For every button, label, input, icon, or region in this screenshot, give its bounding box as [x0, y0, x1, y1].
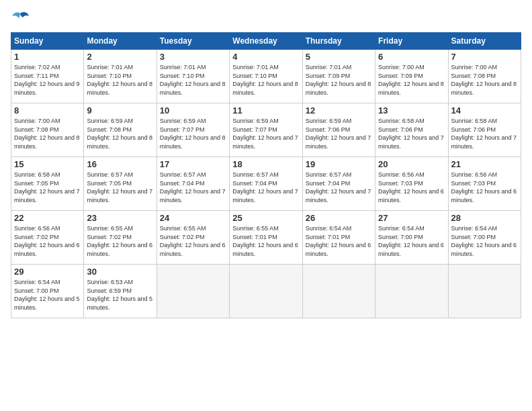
table-row: 21 Sunrise: 6:56 AM Sunset: 7:03 PM Dayl… [448, 157, 521, 211]
table-row: 6 Sunrise: 7:00 AM Sunset: 7:09 PM Dayli… [375, 50, 448, 103]
table-row: 9 Sunrise: 6:59 AM Sunset: 7:08 PM Dayli… [84, 103, 157, 157]
th-friday: Friday [375, 33, 448, 50]
table-row: 18 Sunrise: 6:57 AM Sunset: 7:04 PM Dayl… [230, 157, 302, 211]
calendar-week: 15 Sunrise: 6:58 AM Sunset: 7:05 PM Dayl… [11, 157, 521, 211]
logo [11, 11, 32, 26]
calendar-week: 29 Sunrise: 6:54 AM Sunset: 7:00 PM Dayl… [11, 265, 521, 318]
table-row: 16 Sunrise: 6:57 AM Sunset: 7:05 PM Dayl… [84, 157, 157, 211]
calendar-table: Sunday Monday Tuesday Wednesday Thursday… [11, 32, 521, 318]
table-row: 28 Sunrise: 6:54 AM Sunset: 7:00 PM Dayl… [448, 211, 521, 265]
table-row: 30 Sunrise: 6:53 AM Sunset: 6:59 PM Dayl… [84, 265, 157, 318]
table-row: 23 Sunrise: 6:55 AM Sunset: 7:02 PM Dayl… [84, 211, 157, 265]
th-monday: Monday [84, 33, 157, 50]
table-row [157, 265, 229, 318]
table-row [448, 265, 521, 318]
table-row [230, 265, 302, 318]
th-tuesday: Tuesday [157, 33, 229, 50]
header-row: Sunday Monday Tuesday Wednesday Thursday… [11, 33, 521, 50]
table-row: 19 Sunrise: 6:57 AM Sunset: 7:04 PM Dayl… [302, 157, 375, 211]
table-row: 4 Sunrise: 7:01 AM Sunset: 7:10 PM Dayli… [230, 50, 302, 103]
table-row: 25 Sunrise: 6:55 AM Sunset: 7:01 PM Dayl… [230, 211, 302, 265]
table-row: 7 Sunrise: 7:00 AM Sunset: 7:08 PM Dayli… [448, 50, 521, 103]
table-row: 12 Sunrise: 6:59 AM Sunset: 7:06 PM Dayl… [302, 103, 375, 157]
logo-icon [11, 11, 30, 26]
table-row: 15 Sunrise: 6:58 AM Sunset: 7:05 PM Dayl… [11, 157, 84, 211]
table-row: 14 Sunrise: 6:58 AM Sunset: 7:06 PM Dayl… [448, 103, 521, 157]
table-row: 26 Sunrise: 6:54 AM Sunset: 7:01 PM Dayl… [302, 211, 375, 265]
table-row: 2 Sunrise: 7:01 AM Sunset: 7:10 PM Dayli… [84, 50, 157, 103]
table-row: 29 Sunrise: 6:54 AM Sunset: 7:00 PM Dayl… [11, 265, 84, 318]
table-row: 20 Sunrise: 6:56 AM Sunset: 7:03 PM Dayl… [375, 157, 448, 211]
th-saturday: Saturday [448, 33, 521, 50]
table-row: 17 Sunrise: 6:57 AM Sunset: 7:04 PM Dayl… [157, 157, 229, 211]
calendar-week: 22 Sunrise: 6:56 AM Sunset: 7:02 PM Dayl… [11, 211, 521, 265]
table-row: 22 Sunrise: 6:56 AM Sunset: 7:02 PM Dayl… [11, 211, 84, 265]
table-row: 5 Sunrise: 7:01 AM Sunset: 7:09 PM Dayli… [302, 50, 375, 103]
table-row: 11 Sunrise: 6:59 AM Sunset: 7:07 PM Dayl… [230, 103, 302, 157]
table-row: 13 Sunrise: 6:58 AM Sunset: 7:06 PM Dayl… [375, 103, 448, 157]
table-row [302, 265, 375, 318]
th-wednesday: Wednesday [230, 33, 302, 50]
table-row [375, 265, 448, 318]
table-row: 24 Sunrise: 6:55 AM Sunset: 7:02 PM Dayl… [157, 211, 229, 265]
table-row: 10 Sunrise: 6:59 AM Sunset: 7:07 PM Dayl… [157, 103, 229, 157]
th-thursday: Thursday [302, 33, 375, 50]
calendar-week: 1 Sunrise: 7:02 AM Sunset: 7:11 PM Dayli… [11, 50, 521, 103]
calendar-week: 8 Sunrise: 7:00 AM Sunset: 7:08 PM Dayli… [11, 103, 521, 157]
th-sunday: Sunday [11, 33, 84, 50]
table-row: 8 Sunrise: 7:00 AM Sunset: 7:08 PM Dayli… [11, 103, 84, 157]
table-row: 3 Sunrise: 7:01 AM Sunset: 7:10 PM Dayli… [157, 50, 229, 103]
table-row: 1 Sunrise: 7:02 AM Sunset: 7:11 PM Dayli… [11, 50, 84, 103]
table-row: 27 Sunrise: 6:54 AM Sunset: 7:00 PM Dayl… [375, 211, 448, 265]
